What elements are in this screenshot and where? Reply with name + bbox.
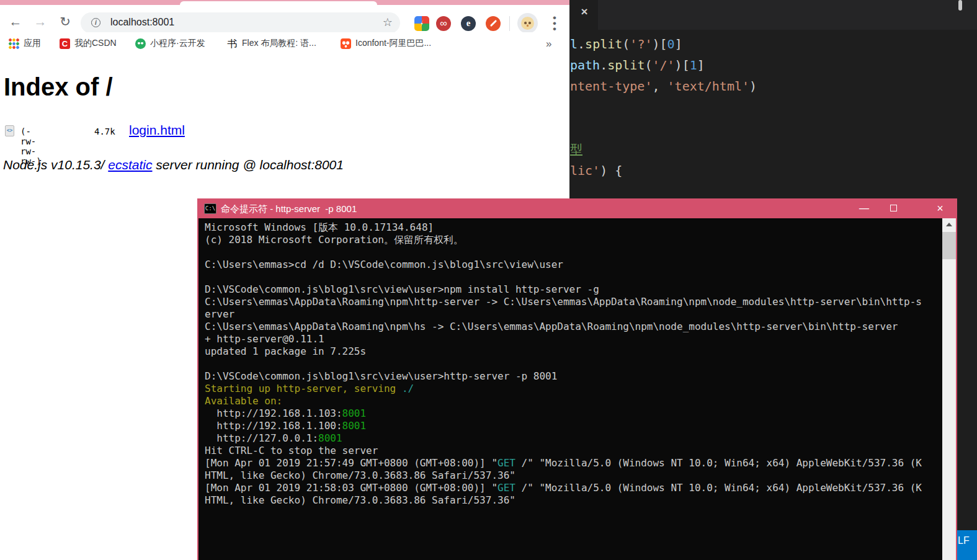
minimize-button[interactable]: — <box>850 200 878 218</box>
terminal-line: D:\VSCode\common.js\blog1\src\view\user>… <box>205 283 940 296</box>
terminal-line: http://192.168.1.100:8001 <box>205 420 940 432</box>
bookmark-label: 应用 <box>24 38 41 49</box>
bookmark-label: 小程序·云开发 <box>150 38 205 49</box>
reload-button[interactable]: ↻ <box>57 14 73 30</box>
code-line <box>570 97 977 118</box>
bookmark-miniprogram[interactable]: 小程序·云开发 <box>135 36 205 51</box>
code-line: path.split('/')[1] <box>570 55 977 76</box>
pen-icon <box>490 20 497 27</box>
calligraphy-icon: 书 <box>227 38 238 49</box>
extension-clipper-icon[interactable]: e <box>461 16 476 31</box>
code-editor[interactable]: l.split('?')[0]path.split('/')[1]ntent-t… <box>570 33 977 181</box>
profile-avatar[interactable] <box>517 13 538 33</box>
bookmark-label: Iconfont-阿里巴巴... <box>355 38 431 49</box>
cmd-icon: C:\ <box>204 203 216 214</box>
terminal-line: Starting up http-server, serving ./ <box>205 383 940 395</box>
footer-suffix: server running @ localhost:8001 <box>152 158 344 172</box>
cmd-window-title: 命令提示符 - http-server -p 8001 <box>221 203 357 215</box>
extension-infinity-icon[interactable]: ∞ <box>436 16 451 31</box>
terminal-line: erver <box>205 308 940 321</box>
page-title: Index of / <box>4 73 113 101</box>
bookmark-star-icon[interactable]: ☆ <box>383 16 393 29</box>
terminal-line: C:\Users\emmas\AppData\Roaming\npm\http-… <box>205 296 940 308</box>
tab-close-icon[interactable]: × <box>578 6 591 18</box>
iconfont-icon <box>341 38 351 49</box>
bookmark-label: Flex 布局教程: 语... <box>242 38 316 49</box>
bookmark-csdn[interactable]: C 我的CSDN <box>60 36 117 51</box>
code-line: l.split('?')[0] <box>570 33 977 55</box>
browser-tab-strip <box>0 0 569 5</box>
close-button[interactable]: × <box>924 200 956 218</box>
terminal-line: D:\VSCode\common.js\blog1\src\view\user>… <box>205 370 940 383</box>
bookmarks-overflow-chevron[interactable]: » <box>546 38 551 50</box>
browser-toolbar: ← → ↻ i localhost:8001 ☆ ∞ e ••• <box>0 5 569 32</box>
terminal-line <box>205 358 940 370</box>
vscode-tab-bar: × <box>569 0 977 30</box>
cmd-body: Microsoft Windows [版本 10.0.17134.648](c)… <box>199 218 956 560</box>
forward-button[interactable]: → <box>32 14 48 30</box>
scrollbar-thumb[interactable] <box>942 232 956 259</box>
terminal-line: Microsoft Windows [版本 10.0.17134.648] <box>205 221 940 234</box>
code-line <box>570 118 977 139</box>
extension-pen-icon[interactable] <box>486 16 501 31</box>
page-info-icon[interactable]: i <box>91 18 100 27</box>
terminal-line: HTML, like Gecko) Chrome/73.0.3683.86 Sa… <box>205 494 940 507</box>
terminal-line: [Mon Apr 01 2019 21:57:49 GMT+0800 (GMT+… <box>205 457 940 469</box>
wechat-icon <box>135 38 146 49</box>
terminal-line: http://127.0.0.1:8001 <box>205 432 940 445</box>
apps-grid-icon <box>9 38 19 49</box>
server-footer: Node.js v10.15.3/ ecstatic server runnin… <box>3 158 344 172</box>
bookmarks-bar: 应用 C 我的CSDN 小程序·云开发 书 Flex 布局教程: 语... Ic… <box>0 32 569 55</box>
avatar-face-icon <box>521 17 534 30</box>
extension-pagespeed-icon[interactable] <box>414 16 429 31</box>
code-line: ntent-type', 'text/html') <box>570 76 977 97</box>
terminal-line <box>205 271 940 283</box>
terminal-line: Available on: <box>205 395 940 407</box>
footer-prefix: Node.js v10.15.3/ <box>3 158 108 172</box>
file-size: 4.7k <box>94 127 115 136</box>
terminal-line: + http-server@0.11.1 <box>205 333 940 345</box>
vscode-editor-tab[interactable]: × <box>569 0 598 30</box>
back-button[interactable]: ← <box>7 14 24 30</box>
bookmark-apps[interactable]: 应用 <box>9 36 41 51</box>
editor-scrollbar-icon <box>958 0 962 11</box>
url-text[interactable]: localhost:8001 <box>110 17 174 28</box>
terminal-line: http://192.168.1.103:8001 <box>205 407 940 420</box>
maximize-button[interactable] <box>879 200 908 218</box>
address-bar[interactable]: i localhost:8001 ☆ <box>81 12 400 33</box>
csdn-icon: C <box>60 38 70 49</box>
terminal-line: C:\Users\emmas\AppData\Roaming\npm\hs ->… <box>205 321 940 333</box>
code-line: 型 <box>570 139 977 160</box>
ecstatic-link[interactable]: ecstatic <box>108 158 152 172</box>
code-line: lic') { <box>570 160 977 181</box>
terminal-line: Hit CTRL-C to stop the server <box>205 445 940 457</box>
lightning-icon <box>420 19 424 28</box>
cmd-title-bar[interactable]: C:\ 命令提示符 - http-server -p 8001 — × <box>199 200 956 218</box>
scrollbar-up-arrow[interactable] <box>942 218 956 231</box>
bookmark-flex-tutorial[interactable]: 书 Flex 布局教程: 语... <box>227 36 316 51</box>
terminal-line: [Mon Apr 01 2019 21:58:03 GMT+0800 (GMT+… <box>205 482 940 494</box>
terminal-line: (c) 2018 Microsoft Corporation。保留所有权利。 <box>205 234 940 246</box>
cmd-output[interactable]: Microsoft Windows [版本 10.0.17134.648](c)… <box>205 221 940 507</box>
terminal-line <box>205 246 940 259</box>
terminal-line: updated 1 package in 7.225s <box>205 345 940 358</box>
cmd-scrollbar[interactable] <box>942 218 956 560</box>
terminal-line: HTML, like Gecko) Chrome/73.0.3683.86 Sa… <box>205 469 940 482</box>
up-triangle-icon <box>946 223 952 226</box>
bookmark-label: 我的CSDN <box>74 38 117 49</box>
file-link[interactable]: login.html <box>129 123 185 138</box>
maximize-icon <box>890 205 897 211</box>
cmd-window: C:\ 命令提示符 - http-server -p 8001 — × Micr… <box>197 198 957 560</box>
browser-menu-button[interactable]: ••• <box>547 15 562 32</box>
file-icon: <> <box>5 125 14 136</box>
bookmark-iconfont[interactable]: Iconfont-阿里巴巴... <box>341 36 431 51</box>
terminal-line: C:\Users\emmas>cd /d D:\VSCode\common.js… <box>205 259 940 271</box>
toolbar-divider <box>509 16 510 31</box>
